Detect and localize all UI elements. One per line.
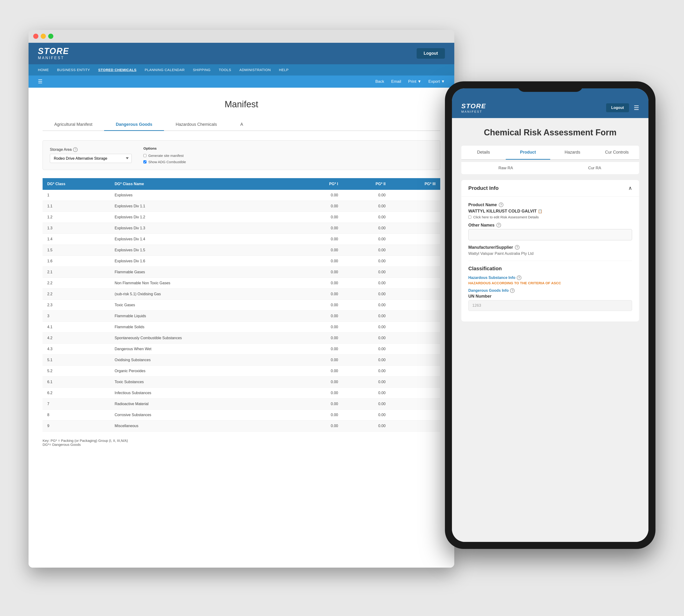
- copy-icon[interactable]: 📋: [538, 209, 542, 214]
- mobile-tab-hazards[interactable]: Hazards: [550, 146, 595, 160]
- edit-risk-checkbox[interactable]: [468, 216, 471, 219]
- mobile-tab-details[interactable]: Details: [461, 146, 506, 160]
- storage-area-help-icon[interactable]: ?: [73, 147, 78, 152]
- mobile-tabs: Details Product Hazards Cur Controls: [461, 146, 639, 160]
- cell-class: 8: [43, 409, 110, 420]
- print-button[interactable]: Print ▼: [408, 79, 422, 84]
- table-row: 1.1 Explosives Div 1.1 0.00 0.00: [43, 201, 440, 212]
- storage-area-select[interactable]: Rodeo Drive Alternative Storage: [50, 154, 132, 163]
- other-names-input[interactable]: [468, 229, 632, 240]
- nav-business-entity[interactable]: BUSINESS ENTITY: [57, 68, 90, 72]
- mobile-tab-cur-controls[interactable]: Cur Controls: [595, 146, 639, 160]
- cell-pg1: 0.00: [298, 420, 343, 431]
- maximize-button[interactable]: [48, 34, 54, 39]
- tab-hazardous-chemicals[interactable]: Hazardous Chemicals: [164, 119, 229, 131]
- mobile-subtab-cur-ra[interactable]: Cur RA: [550, 162, 639, 174]
- cell-pg2: 0.00: [343, 398, 390, 409]
- cell-name: Organic Peroxides: [110, 366, 298, 376]
- nav-planning-calendar[interactable]: PLANNING CALENDAR: [145, 68, 185, 72]
- cell-name: Explosives Div 1.4: [110, 234, 298, 244]
- app-nav: HOME BUSINESS ENTITY STORED CHEMICALS PL…: [28, 64, 454, 75]
- table-row: 2.2 Non Flammable Non Toxic Gases 0.00 0…: [43, 278, 440, 288]
- table-row: 1.2 Explosives Div 1.2 0.00 0.00: [43, 212, 440, 223]
- mobile-subtab-raw-ra[interactable]: Raw RA: [461, 162, 550, 174]
- nav-administration[interactable]: ADMINISTRATION: [239, 68, 271, 72]
- cell-pg2: 0.00: [343, 409, 390, 420]
- divider: [468, 261, 632, 261]
- cell-pg2: 0.00: [343, 300, 390, 310]
- cell-pg1: 0.00: [298, 201, 343, 212]
- option-generate-manifest: Generate site manifest: [143, 154, 186, 158]
- col-pg2: PG* II: [343, 178, 390, 190]
- hazardous-substance-label: Hazardous Substance Info ?: [468, 276, 632, 280]
- cell-pg2: 0.00: [343, 332, 390, 344]
- toolbar-left: ☰: [38, 79, 43, 85]
- other-names-help-icon[interactable]: ?: [496, 223, 501, 227]
- table-row: 6.2 Infectious Substances 0.00 0.00: [43, 387, 440, 398]
- show-adg-checkbox[interactable]: [143, 160, 146, 163]
- hazardous-help-icon[interactable]: ?: [517, 276, 521, 280]
- chevron-up-icon[interactable]: ∧: [628, 185, 632, 191]
- tab-agricultural[interactable]: Agricultural Manifest: [43, 119, 104, 131]
- cell-name: Toxic Gases: [110, 300, 298, 310]
- nav-shipping[interactable]: SHIPPING: [193, 68, 211, 72]
- tab-a[interactable]: A: [229, 119, 255, 131]
- cell-pg3: [390, 354, 440, 366]
- mobile-logout-button[interactable]: Logout: [606, 103, 629, 112]
- manufacturer-help-icon[interactable]: ?: [515, 245, 519, 250]
- mobile-tab-product[interactable]: Product: [506, 146, 550, 160]
- minimize-button[interactable]: [41, 34, 46, 39]
- dangerous-goods-help-icon[interactable]: ?: [510, 288, 515, 293]
- dangerous-goods-label: Dangerous Goods Info ?: [468, 288, 632, 293]
- browser-titlebar: [28, 30, 454, 43]
- table-row: 4.3 Dangerous When Wet 0.00 0.00: [43, 344, 440, 354]
- hamburger-icon[interactable]: ☰: [38, 79, 43, 85]
- cell-class: 1.3: [43, 223, 110, 234]
- back-button[interactable]: Back: [375, 79, 384, 84]
- email-button[interactable]: Email: [391, 79, 401, 84]
- cell-name: Flammable Solids: [110, 322, 298, 332]
- product-name-help-icon[interactable]: ?: [499, 202, 504, 207]
- mobile-menu-icon[interactable]: ☰: [634, 104, 639, 111]
- cell-name: Infectious Substances: [110, 387, 298, 398]
- export-button[interactable]: Export ▼: [428, 79, 445, 84]
- other-names-label: Other Names ?: [468, 223, 632, 228]
- nav-stored-chemicals[interactable]: STORED CHEMICALS: [98, 68, 136, 72]
- cell-name: Spontaneously Combustible Substances: [110, 332, 298, 344]
- cell-pg3: [390, 288, 440, 300]
- cell-pg1: 0.00: [298, 256, 343, 266]
- cell-name: Radioactive Material: [110, 398, 298, 409]
- nav-home[interactable]: HOME: [38, 68, 49, 72]
- nav-help[interactable]: HELP: [279, 68, 288, 72]
- nav-tools[interactable]: TOOLS: [219, 68, 231, 72]
- cell-pg2: 0.00: [343, 354, 390, 366]
- cell-class: 5.1: [43, 354, 110, 366]
- cell-pg2: 0.00: [343, 420, 390, 431]
- toolbar-right: Back Email Print ▼ Export ▼: [375, 79, 445, 84]
- cell-pg3: [390, 266, 440, 278]
- dangerous-goods-table: DG* Class DG* Class Name PG* I PG* II PG…: [43, 178, 440, 432]
- product-name-label: Product Name ?: [468, 202, 632, 207]
- cell-class: 6.2: [43, 387, 110, 398]
- mobile-logo-manifest: MANIFEST: [461, 110, 483, 113]
- mobile-content: Chemical Risk Assessment Form Details Pr…: [452, 118, 648, 542]
- cell-pg1: 0.00: [298, 234, 343, 244]
- cell-class: 7: [43, 398, 110, 409]
- cell-pg3: [390, 310, 440, 322]
- cell-pg2: 0.00: [343, 256, 390, 266]
- close-button[interactable]: [33, 34, 38, 39]
- show-adg-label: Show ADG Combustible: [148, 160, 186, 164]
- table-row: 7 Radioactive Material 0.00 0.00: [43, 398, 440, 409]
- generate-manifest-checkbox[interactable]: [143, 154, 146, 157]
- un-number-input[interactable]: [468, 300, 632, 311]
- tabs-container: Agricultural Manifest Dangerous Goods Ha…: [43, 119, 440, 131]
- cell-class: 3: [43, 310, 110, 322]
- cell-class: 2.1: [43, 266, 110, 278]
- cell-name: Explosives Div 1.3: [110, 223, 298, 234]
- logout-button[interactable]: Logout: [416, 48, 445, 59]
- tab-dangerous-goods[interactable]: Dangerous Goods: [104, 119, 164, 131]
- cell-class: 1.4: [43, 234, 110, 244]
- mobile-phone: STORE MANIFEST Logout ☰ Chemical Risk As…: [445, 81, 656, 549]
- cell-name: Explosives Div 1.1: [110, 201, 298, 212]
- cell-pg1: 0.00: [298, 366, 343, 376]
